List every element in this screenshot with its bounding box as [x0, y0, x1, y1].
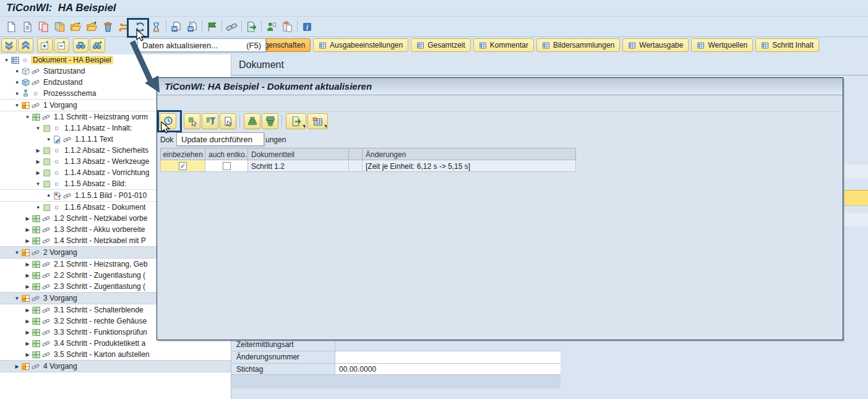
- find-next-button[interactable]: [90, 38, 105, 53]
- highlight-box: [127, 18, 149, 38]
- tab-label: Wertausgabe: [639, 41, 683, 49]
- table-green-icon: [32, 236, 41, 246]
- shortcut-hint: (F5): [246, 41, 261, 50]
- field-value[interactable]: [335, 351, 561, 363]
- link-button[interactable]: [224, 19, 239, 35]
- expand-node-button[interactable]: [37, 38, 53, 53]
- sort-ascending-button[interactable]: [244, 113, 260, 129]
- expander-expanded-icon[interactable]: ▼: [2, 58, 11, 63]
- find-button[interactable]: [73, 38, 88, 53]
- chain-icon: [42, 328, 50, 337]
- new-document-button[interactable]: [4, 19, 19, 35]
- column-header[interactable]: Dokumentteil: [248, 148, 349, 160]
- tab-gesamtzeit[interactable]: Gesamtzeit: [411, 38, 471, 52]
- expander-collapsed-icon[interactable]: ▶: [13, 364, 21, 369]
- word-export-button[interactable]: W: [168, 19, 184, 35]
- paste-button[interactable]: [280, 19, 295, 35]
- collapse-node-button[interactable]: [54, 38, 69, 53]
- field-value[interactable]: [335, 339, 561, 351]
- word-doc2-icon: W: [186, 21, 198, 33]
- expander-collapsed-icon[interactable]: ▶: [24, 352, 32, 358]
- table-green-icon: [32, 113, 41, 122]
- expander-collapsed-icon[interactable]: ▶: [24, 319, 32, 324]
- checkbox-unchecked[interactable]: [223, 162, 231, 170]
- dialog-title-bar[interactable]: TiConWI: HA Beispiel - Dokument aktualis…: [157, 78, 843, 95]
- expand-node-icon: [40, 40, 50, 51]
- expander-expanded-icon[interactable]: ▼: [13, 103, 21, 108]
- sort-asc-icon: [247, 116, 258, 127]
- info-button[interactable]: i: [299, 19, 315, 35]
- expander-expanded-icon[interactable]: ▼: [34, 181, 42, 187]
- column-header[interactable]: einbeziehen: [160, 148, 205, 160]
- expander-collapsed-icon[interactable]: ▶: [34, 148, 42, 153]
- expander-collapsed-icon[interactable]: ▶: [24, 341, 32, 346]
- chain-icon: [63, 135, 71, 144]
- copy-button[interactable]: [36, 19, 51, 35]
- tree-item[interactable]: ▶3.5 Schritt - Karton aufstellen: [0, 349, 231, 360]
- sort-descending-button[interactable]: [262, 113, 278, 129]
- export-button[interactable]: [244, 19, 259, 35]
- expand-all-button[interactable]: [1, 38, 17, 53]
- copy-multiple-button[interactable]: [52, 19, 67, 35]
- import-folder-button[interactable]: [84, 19, 100, 35]
- tab-bildersammlungen[interactable]: Bildersammlungen: [536, 38, 620, 52]
- expander-collapsed-icon[interactable]: ▶: [24, 227, 32, 233]
- bullet-icon: •: [13, 89, 21, 98]
- filter-icon: [205, 116, 216, 127]
- expander-expanded-icon[interactable]: ▼: [24, 114, 32, 120]
- section-label-fragment: Dok: [160, 135, 173, 144]
- dokumentteil-cell[interactable]: Schritt 1.2: [248, 160, 349, 172]
- deselect-button[interactable]: [220, 113, 236, 129]
- expander-collapsed-icon[interactable]: ▶: [24, 238, 32, 244]
- flag-button[interactable]: [204, 19, 220, 35]
- expander-collapsed-icon[interactable]: ▶: [24, 273, 32, 278]
- wait-button[interactable]: [148, 19, 164, 35]
- expander-collapsed-icon[interactable]: ▶: [34, 159, 42, 165]
- doc-pencil-icon: [53, 135, 62, 144]
- checkbox-checked[interactable]: ✓: [179, 162, 187, 170]
- tab-kommentar[interactable]: Kommentar: [473, 38, 534, 52]
- table-orange-icon: [21, 294, 30, 303]
- tree-item[interactable]: ▼Dokument - HA Beispiel: [0, 54, 231, 66]
- tree-item-label: 2 Vorgang: [41, 248, 79, 257]
- toolbar-separator: [166, 20, 166, 33]
- delete-button[interactable]: [100, 19, 116, 35]
- expander-collapsed-icon[interactable]: ▶: [24, 216, 32, 221]
- square-green-icon: [42, 157, 51, 166]
- open-document-button[interactable]: [20, 19, 35, 35]
- dropdown-caret-icon: [303, 125, 305, 128]
- detail-select-button[interactable]: [184, 113, 200, 129]
- filter-button[interactable]: [202, 113, 218, 129]
- tree-item[interactable]: ▶4 Vorgang: [0, 360, 231, 372]
- tab-wertausgabe[interactable]: Wertausgabe: [622, 38, 689, 52]
- column-header[interactable]: [349, 148, 363, 160]
- toolbar-separator: [241, 20, 242, 33]
- toolbar-separator: [281, 115, 282, 127]
- expander-expanded-icon[interactable]: ▼: [13, 296, 21, 301]
- tree-item[interactable]: •Startzustand: [0, 66, 231, 77]
- expander-collapsed-icon[interactable]: ▶: [34, 170, 42, 176]
- table-header-row: einbeziehenauch entko...DokumentteilÄnde…: [160, 148, 576, 160]
- expander-collapsed-icon[interactable]: ▶: [24, 307, 32, 313]
- doc-flag-icon: [53, 191, 62, 200]
- column-header[interactable]: auch entko...: [205, 148, 248, 160]
- expander-collapsed-icon[interactable]: ▶: [24, 330, 32, 335]
- tab-wertquellen[interactable]: Wertquellen: [691, 38, 753, 52]
- user-button[interactable]: [264, 19, 279, 35]
- expander-expanded-icon[interactable]: ▼: [34, 126, 42, 131]
- expander-collapsed-icon[interactable]: ▶: [24, 284, 32, 290]
- aenderungen-cell[interactable]: [Zeit je Einheit: 6,12 s -> 5,15 s]: [363, 160, 576, 172]
- tab-schritt-inhalt[interactable]: Schritt Inhalt: [755, 38, 819, 52]
- export-button[interactable]: [286, 113, 306, 129]
- tree-item-label: 4 Vorgang: [41, 362, 79, 371]
- expander-expanded-icon[interactable]: ▼: [13, 250, 21, 255]
- open-folder-button[interactable]: [68, 19, 84, 35]
- column-header[interactable]: Änderungen: [363, 148, 576, 160]
- expander-collapsed-icon[interactable]: ▶: [24, 262, 32, 267]
- toolbar-separator: [221, 20, 222, 33]
- layout-button[interactable]: [307, 113, 328, 129]
- dialog-toolbar: [157, 112, 843, 133]
- collapse-all-button[interactable]: [18, 38, 33, 53]
- tab-ausgabeeinstellungen[interactable]: Ausgabeeinstellungen: [313, 38, 408, 52]
- word-export-alt-button[interactable]: W: [184, 19, 200, 35]
